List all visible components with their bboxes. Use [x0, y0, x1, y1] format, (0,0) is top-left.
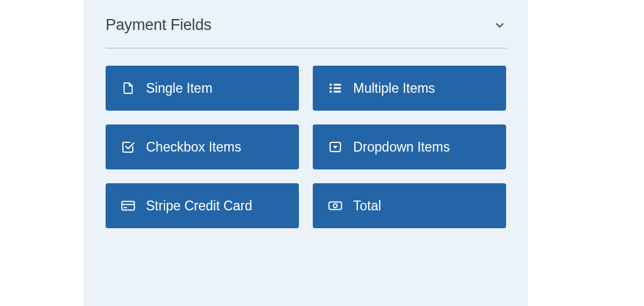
button-label: Total: [353, 198, 381, 214]
button-label: Single Item: [146, 81, 212, 96]
svg-point-2: [330, 90, 332, 93]
total-button[interactable]: Total: [313, 183, 506, 228]
list-icon: [328, 81, 343, 96]
svg-point-11: [334, 204, 338, 208]
stripe-credit-card-button[interactable]: Stripe Credit Card: [106, 183, 299, 228]
money-icon: [328, 198, 343, 213]
svg-rect-4: [334, 88, 341, 89]
button-label: Stripe Credit Card: [146, 198, 252, 214]
svg-rect-3: [334, 84, 341, 86]
checkbox-items-button[interactable]: Checkbox Items: [106, 124, 299, 169]
button-label: Multiple Items: [353, 81, 435, 96]
svg-rect-7: [122, 201, 134, 210]
panel-title: Payment Fields: [106, 16, 211, 34]
svg-point-0: [330, 84, 332, 86]
multiple-items-button[interactable]: Multiple Items: [313, 66, 506, 111]
chevron-down-icon: [493, 19, 506, 32]
dropdown-icon: [328, 139, 343, 154]
svg-rect-10: [329, 202, 342, 210]
payment-fields-panel: Payment Fields Single Item: [84, 0, 528, 306]
panel-header[interactable]: Payment Fields: [106, 16, 506, 48]
fields-grid: Single Item Multiple Items: [106, 66, 506, 228]
svg-point-1: [330, 87, 332, 89]
svg-rect-5: [334, 91, 341, 93]
checkbox-icon: [121, 139, 136, 154]
file-icon: [121, 81, 136, 96]
button-label: Checkbox Items: [146, 139, 241, 155]
single-item-button[interactable]: Single Item: [106, 66, 299, 111]
credit-card-icon: [121, 198, 136, 213]
dropdown-items-button[interactable]: Dropdown Items: [313, 124, 506, 169]
button-label: Dropdown Items: [353, 139, 450, 155]
